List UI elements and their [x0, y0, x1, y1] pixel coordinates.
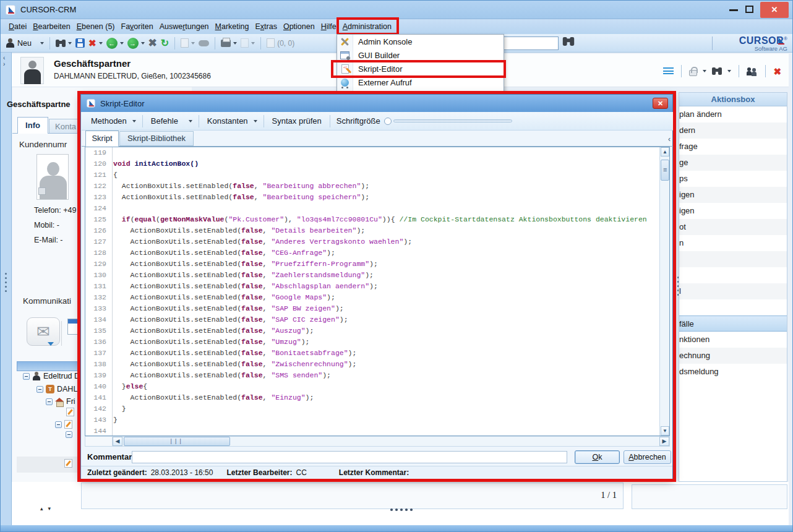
email-dropdown-icon[interactable] [48, 342, 54, 346]
menu-item-skript-editor[interactable]: </ Skript-Editor [337, 62, 504, 75]
bottom-collapse-icons[interactable]: ▴▾ [40, 505, 56, 512]
menu-item-externer-aufruf[interactable]: Externer Aufruf [337, 75, 504, 89]
print-dropdown-icon[interactable] [233, 42, 237, 45]
lock-dropdown-icon[interactable] [703, 70, 706, 72]
tree-expander-icon[interactable] [23, 373, 30, 380]
code-line[interactable]: ActionBoxUtils.setEnabled(false, "Bearbe… [113, 192, 659, 203]
tree-expander-icon[interactable] [46, 398, 53, 405]
actionbox-item[interactable] [679, 251, 787, 267]
header-search-icon[interactable] [712, 67, 722, 75]
befehle-button[interactable]: Befehle [149, 115, 185, 127]
actionbox-item[interactable]: frage [679, 139, 787, 155]
actionbox-item[interactable]: igen [679, 203, 787, 219]
tree-row[interactable] [66, 408, 74, 416]
code-line[interactable]: ActionBoxUtils.setEnabled(false, "Bonita… [113, 348, 659, 359]
code-line[interactable]: } [113, 414, 659, 426]
tab-kontakt[interactable]: Konta [49, 119, 84, 134]
code-line[interactable]: }else{ [113, 381, 659, 392]
close-record-icon[interactable]: ✖ [773, 67, 781, 76]
copy-dropdown-icon[interactable] [191, 42, 195, 45]
actionbox-item[interactable]: igen [679, 187, 787, 203]
actionbox-item[interactable]: ps [679, 171, 787, 187]
search-button[interactable] [56, 40, 72, 47]
code-line[interactable] [113, 203, 659, 214]
scroll-right-icon[interactable]: ▶ [659, 437, 669, 446]
email-button[interactable]: ✉ [27, 317, 60, 346]
tab-skript[interactable]: Skript [85, 131, 119, 147]
menu-item-optionen[interactable]: Optionen [280, 20, 318, 33]
actionbox-item[interactable]: plan ändern [679, 106, 787, 122]
cancel-edit-button[interactable]: ✖ [148, 38, 157, 48]
tree-row[interactable] [64, 459, 72, 468]
save-button[interactable] [75, 38, 85, 48]
maximize-button[interactable] [745, 6, 753, 13]
menu-item-extras[interactable]: Extras [252, 20, 280, 33]
vertical-scrollbar[interactable]: ▲ ▼ [659, 147, 669, 435]
new-record-button[interactable]: Neu [6, 38, 44, 48]
code-line[interactable]: ActionBoxUtils.setEnabled(false, "Detail… [113, 225, 659, 236]
vertical-scroll-thumb[interactable] [661, 160, 669, 181]
tree-expander-icon[interactable] [36, 386, 43, 393]
code-line[interactable]: } [113, 403, 659, 414]
menu-item-favoriten[interactable]: Favoriten [118, 20, 156, 33]
actionbox-item[interactable]: dsmeldung [679, 364, 787, 380]
code-line[interactable]: ActionBoxUtils.setEnabled(false, "Bearbe… [113, 181, 659, 192]
tab-info[interactable]: Info [17, 117, 48, 134]
tree-expander-icon[interactable] [66, 431, 72, 438]
lock-icon[interactable] [689, 70, 697, 76]
ok-button[interactable]: Ok [575, 450, 620, 464]
new-dropdown-icon[interactable] [40, 42, 44, 45]
menu-item-datei[interactable]: Datei [6, 20, 30, 33]
copy-button[interactable] [181, 38, 195, 48]
code-line[interactable]: void initActionBox() [113, 158, 659, 169]
code-line[interactable]: ActionBoxUtils.setEnabled(false, "Andere… [113, 236, 659, 247]
section-tab-label[interactable]: Geschäftspartne [7, 100, 71, 109]
code-line[interactable]: ActionBoxUtils.setEnabled(false, "Umzug"… [113, 337, 659, 348]
actionbox-item[interactable]: fälle [679, 315, 787, 332]
code-lines[interactable]: void initActionBox(){ ActionBoxUtils.set… [113, 147, 659, 435]
delete-button[interactable]: ✖ [88, 38, 103, 48]
code-line[interactable]: ActionBoxUtils.setEnabled(false, "Auszug… [113, 325, 659, 337]
menu-item-bearbeiten[interactable]: Bearbeiten [30, 20, 73, 33]
photo-change-icon[interactable] [38, 187, 46, 195]
actionbox-item[interactable]: dern [679, 122, 787, 139]
cancel-button[interactable]: Abbrechen [624, 450, 671, 464]
tree-row[interactable] [66, 431, 72, 438]
menu-item-gui-builder[interactable]: GUI Builder [337, 48, 504, 62]
left-splitter-handle[interactable] [5, 273, 7, 275]
font-size-slider-track[interactable] [393, 119, 512, 122]
actionbox-item[interactable] [679, 267, 787, 283]
methoden-dropdown-icon[interactable] [132, 120, 136, 122]
code-line[interactable]: if(equal(getNonMaskValue("Pk.Customer"),… [113, 214, 659, 225]
tree-row[interactable]: T DAHL [36, 385, 77, 393]
actionbox-item[interactable] [679, 299, 787, 315]
menu-item-marketing[interactable]: Marketing [212, 20, 252, 33]
header-search-dropdown-icon[interactable] [727, 70, 731, 72]
contacts-icon[interactable] [747, 67, 758, 75]
code-line[interactable]: ActionBoxUtils.setEnabled(false, "Pruefz… [113, 259, 659, 270]
dialog-close-button[interactable]: ✕ [653, 98, 668, 109]
menu-item-administration[interactable]: Administration [340, 20, 395, 33]
horizontal-scroll-thumb[interactable] [124, 437, 230, 446]
left-collapse-rail[interactable] [1, 53, 12, 525]
forward-button[interactable]: → [127, 38, 145, 49]
search-dropdown-icon[interactable] [68, 42, 72, 45]
actionbox-item[interactable]: ot [679, 219, 787, 235]
menu-item-auswertungen[interactable]: Auswertungen [156, 20, 212, 33]
actionbox-item[interactable]: echnung [679, 348, 787, 364]
code-line[interactable]: ActionBoxUtils.setEnabled(false, "Einzug… [113, 392, 659, 403]
konstanten-button[interactable]: Konstanten [205, 115, 250, 127]
code-line[interactable]: ActionBoxUtils.setEnabled(false, "CEG-An… [113, 247, 659, 259]
calendar-icon[interactable] [67, 319, 80, 335]
menu-item-ebenen-5-[interactable]: Ebenen (5) [74, 20, 118, 33]
scroll-up-icon[interactable]: ▲ [661, 147, 669, 157]
refresh-button[interactable]: ↻ [161, 38, 169, 48]
bottom-splitter-handle[interactable] [390, 508, 393, 511]
code-line[interactable]: ActionBoxUtils.setEnabled(false, "SAP CI… [113, 314, 659, 325]
comment-input[interactable] [132, 451, 567, 463]
tree-row[interactable]: Fri [46, 397, 75, 406]
horizontal-scrollbar[interactable]: ◀ ▶ [85, 436, 670, 447]
tree-row[interactable]: Edeltrud D [23, 372, 80, 380]
code-line[interactable]: ActionBoxUtils.setEnabled(false, "Google… [113, 292, 659, 303]
befehle-dropdown-icon[interactable] [189, 120, 192, 122]
